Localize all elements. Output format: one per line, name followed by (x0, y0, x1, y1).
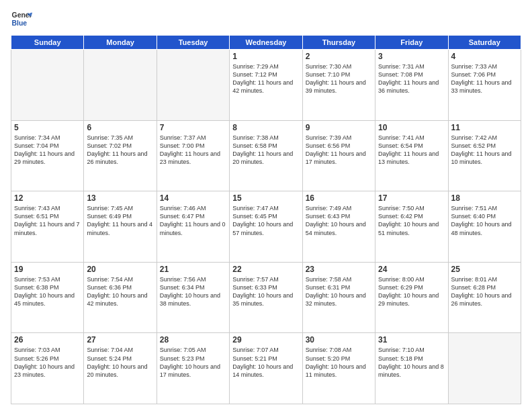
calendar-cell: 6Sunrise: 7:35 AMSunset: 7:02 PMDaylight… (84, 120, 157, 191)
calendar-week-row: 26Sunrise: 7:03 AMSunset: 5:26 PMDayligh… (11, 333, 521, 404)
calendar-cell: 20Sunrise: 7:54 AMSunset: 6:36 PMDayligh… (84, 262, 157, 333)
cell-info: Sunrise: 7:08 AMSunset: 5:20 PMDaylight:… (306, 346, 372, 379)
day-number: 5 (14, 123, 81, 132)
cell-info: Sunrise: 7:45 AMSunset: 6:49 PMDaylight:… (87, 204, 153, 237)
cell-info: Sunrise: 7:56 AMSunset: 6:34 PMDaylight:… (160, 275, 226, 308)
day-number: 15 (232, 193, 299, 203)
day-number: 23 (306, 265, 372, 274)
weekday-header-cell: Monday (84, 36, 157, 50)
calendar-cell: 17Sunrise: 7:50 AMSunset: 6:42 PMDayligh… (375, 191, 448, 263)
calendar-cell: 23Sunrise: 7:58 AMSunset: 6:31 PMDayligh… (302, 262, 375, 333)
cell-info: Sunrise: 7:41 AMSunset: 6:54 PMDaylight:… (378, 134, 445, 167)
weekday-header-cell: Tuesday (157, 36, 229, 50)
day-number: 14 (160, 193, 226, 203)
cell-info: Sunrise: 7:37 AMSunset: 7:00 PMDaylight:… (160, 134, 226, 167)
cell-info: Sunrise: 7:03 AMSunset: 5:26 PMDaylight:… (14, 346, 81, 379)
weekday-header: SundayMondayTuesdayWednesdayThursdayFrid… (11, 36, 521, 50)
calendar-week-row: 1Sunrise: 7:29 AMSunset: 7:12 PMDaylight… (11, 50, 521, 121)
day-number: 19 (14, 265, 81, 274)
calendar-table: SundayMondayTuesdayWednesdayThursdayFrid… (11, 35, 521, 404)
day-number: 28 (160, 335, 226, 345)
calendar-cell: 11Sunrise: 7:42 AMSunset: 6:52 PMDayligh… (448, 120, 521, 191)
day-number: 22 (232, 265, 299, 274)
day-number: 29 (232, 335, 299, 345)
calendar-cell: 15Sunrise: 7:47 AMSunset: 6:45 PMDayligh… (230, 191, 302, 263)
day-number: 18 (451, 193, 518, 203)
cell-info: Sunrise: 7:49 AMSunset: 6:43 PMDaylight:… (306, 204, 372, 237)
calendar-cell: 27Sunrise: 7:04 AMSunset: 5:24 PMDayligh… (84, 333, 157, 404)
calendar-cell (448, 333, 521, 404)
day-number: 21 (160, 265, 226, 274)
cell-info: Sunrise: 7:35 AMSunset: 7:02 PMDaylight:… (87, 134, 153, 167)
day-number: 17 (378, 193, 445, 203)
cell-info: Sunrise: 7:39 AMSunset: 6:56 PMDaylight:… (306, 134, 372, 167)
calendar-cell (157, 50, 229, 121)
weekday-header-cell: Saturday (448, 36, 521, 50)
calendar-cell: 3Sunrise: 7:31 AMSunset: 7:08 PMDaylight… (375, 50, 448, 121)
calendar-cell: 4Sunrise: 7:33 AMSunset: 7:06 PMDaylight… (448, 50, 521, 121)
day-number: 10 (378, 123, 445, 132)
cell-info: Sunrise: 7:33 AMSunset: 7:06 PMDaylight:… (451, 62, 518, 95)
calendar-cell: 18Sunrise: 7:51 AMSunset: 6:40 PMDayligh… (448, 191, 521, 263)
cell-info: Sunrise: 7:54 AMSunset: 6:36 PMDaylight:… (87, 275, 153, 308)
calendar-cell: 14Sunrise: 7:46 AMSunset: 6:47 PMDayligh… (157, 191, 229, 263)
day-number: 24 (378, 265, 445, 274)
cell-info: Sunrise: 7:30 AMSunset: 7:10 PMDaylight:… (306, 62, 372, 95)
day-number: 12 (14, 193, 81, 203)
cell-info: Sunrise: 7:10 AMSunset: 5:18 PMDaylight:… (378, 346, 445, 379)
calendar-cell: 24Sunrise: 8:00 AMSunset: 6:29 PMDayligh… (375, 262, 448, 333)
calendar-cell: 7Sunrise: 7:37 AMSunset: 7:00 PMDaylight… (157, 120, 229, 191)
cell-info: Sunrise: 7:47 AMSunset: 6:45 PMDaylight:… (232, 204, 299, 237)
page: General Blue SundayMondayTuesdayWednesda… (0, 0, 532, 411)
calendar-cell: 1Sunrise: 7:29 AMSunset: 7:12 PMDaylight… (230, 50, 302, 121)
svg-text:Blue: Blue (12, 19, 28, 27)
logo: General Blue (11, 8, 32, 30)
day-number: 27 (87, 335, 153, 345)
cell-info: Sunrise: 7:29 AMSunset: 7:12 PMDaylight:… (232, 62, 299, 95)
calendar-cell: 19Sunrise: 7:53 AMSunset: 6:38 PMDayligh… (11, 262, 84, 333)
cell-info: Sunrise: 7:05 AMSunset: 5:23 PMDaylight:… (160, 346, 226, 379)
cell-info: Sunrise: 7:07 AMSunset: 5:21 PMDaylight:… (232, 346, 299, 379)
day-number: 26 (14, 335, 81, 345)
day-number: 31 (378, 335, 445, 345)
calendar-cell: 16Sunrise: 7:49 AMSunset: 6:43 PMDayligh… (302, 191, 375, 263)
calendar-cell: 28Sunrise: 7:05 AMSunset: 5:23 PMDayligh… (157, 333, 229, 404)
calendar-cell: 25Sunrise: 8:01 AMSunset: 6:28 PMDayligh… (448, 262, 521, 333)
day-number: 3 (378, 52, 445, 61)
cell-info: Sunrise: 7:38 AMSunset: 6:58 PMDaylight:… (232, 134, 299, 167)
cell-info: Sunrise: 7:31 AMSunset: 7:08 PMDaylight:… (378, 62, 445, 95)
day-number: 11 (451, 123, 518, 132)
cell-info: Sunrise: 7:53 AMSunset: 6:38 PMDaylight:… (14, 275, 81, 308)
cell-info: Sunrise: 7:57 AMSunset: 6:33 PMDaylight:… (232, 275, 299, 308)
cell-info: Sunrise: 8:00 AMSunset: 6:29 PMDaylight:… (378, 275, 445, 308)
day-number: 13 (87, 193, 153, 203)
cell-info: Sunrise: 8:01 AMSunset: 6:28 PMDaylight:… (451, 275, 518, 308)
cell-info: Sunrise: 7:43 AMSunset: 6:51 PMDaylight:… (14, 204, 81, 237)
calendar-cell: 31Sunrise: 7:10 AMSunset: 5:18 PMDayligh… (375, 333, 448, 404)
calendar-cell: 10Sunrise: 7:41 AMSunset: 6:54 PMDayligh… (375, 120, 448, 191)
calendar-cell (84, 50, 157, 121)
day-number: 25 (451, 265, 518, 274)
header: General Blue (11, 8, 521, 30)
calendar-week-row: 5Sunrise: 7:34 AMSunset: 7:04 PMDaylight… (11, 120, 521, 191)
calendar-cell: 13Sunrise: 7:45 AMSunset: 6:49 PMDayligh… (84, 191, 157, 263)
calendar-cell: 12Sunrise: 7:43 AMSunset: 6:51 PMDayligh… (11, 191, 84, 263)
cell-info: Sunrise: 7:42 AMSunset: 6:52 PMDaylight:… (451, 134, 518, 167)
calendar-cell: 22Sunrise: 7:57 AMSunset: 6:33 PMDayligh… (230, 262, 302, 333)
day-number: 2 (306, 52, 372, 61)
cell-info: Sunrise: 7:46 AMSunset: 6:47 PMDaylight:… (160, 204, 226, 237)
weekday-header-cell: Thursday (302, 36, 375, 50)
day-number: 8 (232, 123, 299, 132)
day-number: 6 (87, 123, 153, 132)
calendar-cell: 8Sunrise: 7:38 AMSunset: 6:58 PMDaylight… (230, 120, 302, 191)
day-number: 20 (87, 265, 153, 274)
calendar-body: 1Sunrise: 7:29 AMSunset: 7:12 PMDaylight… (11, 50, 521, 404)
calendar-cell: 26Sunrise: 7:03 AMSunset: 5:26 PMDayligh… (11, 333, 84, 404)
weekday-header-cell: Wednesday (230, 36, 302, 50)
day-number: 16 (306, 193, 372, 203)
day-number: 9 (306, 123, 372, 132)
logo-icon: General Blue (11, 8, 32, 30)
calendar-cell: 30Sunrise: 7:08 AMSunset: 5:20 PMDayligh… (302, 333, 375, 404)
calendar-cell: 2Sunrise: 7:30 AMSunset: 7:10 PMDaylight… (302, 50, 375, 121)
cell-info: Sunrise: 7:50 AMSunset: 6:42 PMDaylight:… (378, 204, 445, 237)
